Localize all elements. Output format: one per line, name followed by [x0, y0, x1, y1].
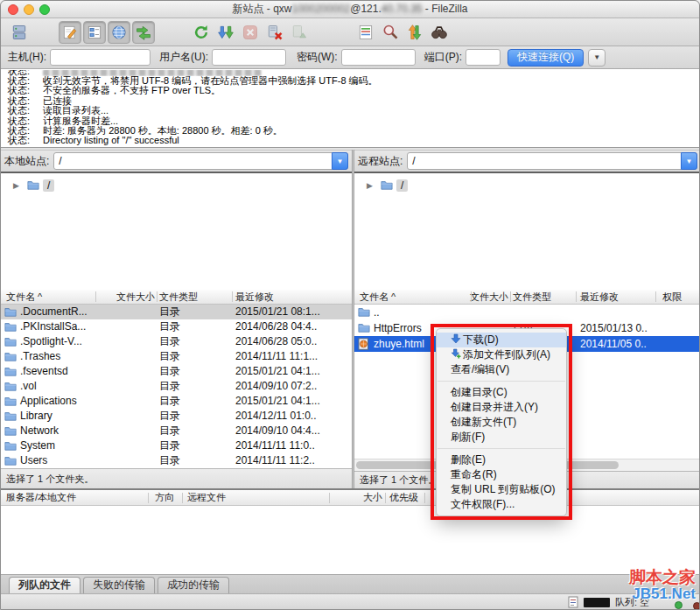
local-path-combo[interactable]: / ▼: [53, 152, 348, 170]
column-header-modified[interactable]: 最近修改: [235, 290, 274, 304]
column-header-filesize[interactable]: 文件大小: [452, 290, 508, 304]
column-header-filesize[interactable]: 文件大小: [97, 290, 155, 304]
folder-icon: [358, 322, 370, 335]
queue-tabs: 列队的文件失败的传输成功的传输: [1, 574, 699, 593]
remote-tree: ▶ /: [354, 173, 700, 290]
remote-list-header: 文件名 ^ 文件大小 文件类型 最近修改 权限: [354, 290, 700, 305]
chevron-down-icon: ▼: [686, 158, 693, 165]
menu-item[interactable]: 添加文件到队列(A): [437, 347, 566, 362]
file-row[interactable]: .Spotlight-V...目录2014/06/28 05:0..: [1, 334, 352, 349]
menu-item[interactable]: 下载(D): [437, 333, 566, 347]
file-row[interactable]: .DocumentR...目录2015/01/21 08:1...: [1, 305, 352, 319]
folder-icon: [358, 306, 370, 319]
column-header-remote-file[interactable]: 远程文件: [187, 490, 226, 505]
local-site-label: 本地站点:: [4, 154, 49, 169]
logo-dot-green: [675, 601, 682, 609]
title-bar: 新站点 - qxw1000200002@121.40.70.35 - FileZ…: [1, 1, 699, 18]
quickconnect-bar: 主机(H): 用户名(U): 密码(W): 端口(P): 快速连接(Q) ▼: [1, 46, 699, 69]
process-queue-icon[interactable]: [214, 21, 237, 44]
menu-item[interactable]: 复制 URL 到剪贴板(O): [437, 482, 566, 497]
file-row[interactable]: ..: [354, 305, 700, 320]
compare-icon[interactable]: [379, 21, 402, 44]
menu-item[interactable]: 创建目录并进入(Y): [437, 400, 566, 415]
window-title: 新站点 - qxw1000200002@121.40.70.35 - FileZ…: [1, 1, 699, 18]
tab-列队的文件[interactable]: 列队的文件: [9, 577, 80, 593]
disconnect-icon[interactable]: [263, 21, 286, 44]
queue-header: 服务器/本地文件 方向 远程文件 大小 优先级: [1, 490, 699, 506]
folder-icon: [4, 396, 17, 409]
redacted-box: [584, 598, 610, 607]
password-input[interactable]: [341, 49, 416, 66]
find-icon[interactable]: [428, 21, 451, 44]
menu-item[interactable]: 查看/编辑(V): [437, 362, 566, 377]
menu-item[interactable]: 删除(E): [437, 452, 566, 467]
redacted-text: [43, 70, 262, 76]
local-tree-root-row[interactable]: ▶ /: [1, 177, 352, 194]
file-row[interactable]: Library目录2014/12/11 01:0..: [1, 409, 352, 424]
menu-item[interactable]: 重命名(R): [437, 467, 566, 482]
html-file-icon: [358, 338, 369, 353]
log-line: 状态:已连接: [8, 96, 692, 106]
sort-asc-icon: ^: [391, 291, 396, 302]
file-row[interactable]: .PKInstallSa...目录2014/06/28 04:4..: [1, 319, 352, 334]
username-input[interactable]: [212, 49, 286, 66]
toggle-queue-icon[interactable]: [132, 21, 155, 44]
transfer-queue: 服务器/本地文件 方向 远程文件 大小 优先级: [1, 488, 699, 574]
menu-separator: [438, 381, 565, 382]
local-rows: .DocumentR...目录2015/01/21 08:1....PKInst…: [1, 305, 352, 468]
column-header-size[interactable]: 大小: [347, 490, 382, 505]
file-row[interactable]: .fseventsd目录2015/01/21 04:1...: [1, 364, 352, 379]
quickconnect-history-button[interactable]: ▼: [588, 49, 606, 67]
column-header-filetype[interactable]: 文件类型: [159, 290, 198, 304]
column-header-filename[interactable]: 文件名 ^: [360, 290, 396, 304]
cancel-icon: [239, 21, 262, 44]
file-row[interactable]: .Trashes目录2014/11/11 11:1...: [1, 349, 352, 364]
toggle-log-icon[interactable]: [59, 21, 81, 44]
folder-icon: [4, 321, 17, 334]
site-manager-icon[interactable]: [8, 21, 31, 44]
tab-失败的传输[interactable]: 失败的传输: [83, 577, 155, 593]
column-header-filename[interactable]: 文件名 ^: [6, 290, 42, 304]
folder-icon: [4, 440, 17, 453]
context-menu: 下载(D)添加文件到队列(A)查看/编辑(V)创建目录(C)创建目录并进入(Y)…: [436, 328, 567, 516]
sync-browse-icon[interactable]: [403, 21, 426, 44]
refresh-icon[interactable]: [190, 21, 213, 44]
filezilla-window: 新站点 - qxw1000200002@121.40.70.35 - FileZ…: [0, 0, 700, 610]
column-header-filetype[interactable]: 文件类型: [513, 290, 551, 304]
quickconnect-button[interactable]: 快速连接(Q): [508, 49, 584, 67]
log-icon: [568, 596, 578, 610]
column-header-permissions[interactable]: 权限: [662, 290, 682, 304]
triangle-right-icon[interactable]: ▶: [367, 181, 381, 190]
column-header-direction[interactable]: 方向: [155, 490, 174, 505]
file-row[interactable]: Network目录2014/09/10 04:4...: [1, 424, 352, 438]
menu-item[interactable]: 创建目录(C): [437, 385, 566, 400]
toggle-local-tree-icon[interactable]: [83, 21, 106, 44]
directory-filter-icon[interactable]: [354, 21, 377, 44]
download-icon: [449, 333, 463, 348]
triangle-right-icon[interactable]: ▶: [13, 181, 27, 190]
local-tree-root-label: /: [43, 179, 54, 192]
remote-path-combo[interactable]: / ▼: [407, 152, 697, 170]
file-row[interactable]: Users目录2014/11/11 11:2..: [1, 453, 352, 468]
folder-icon: [4, 351, 17, 364]
menu-item[interactable]: 刷新(F): [437, 430, 566, 445]
file-row[interactable]: .vol目录2014/09/10 07:2..: [1, 379, 352, 394]
logo-dot-brown: [693, 602, 700, 610]
column-header-priority[interactable]: 优先级: [389, 490, 418, 505]
local-file-list: 文件名 ^ 文件大小 文件类型 最近修改 .DocumentR...目录2015…: [1, 290, 352, 468]
folder-icon: [4, 410, 17, 424]
file-row[interactable]: Applications目录2015/01/21 04:1...: [1, 394, 352, 409]
menu-item[interactable]: 文件权限(F)...: [437, 497, 566, 512]
port-label: 端口(P):: [424, 50, 462, 65]
local-tree: ▶ /: [1, 173, 352, 290]
tab-成功的传输[interactable]: 成功的传输: [158, 577, 229, 593]
column-header-modified[interactable]: 最近修改: [580, 290, 619, 304]
toggle-remote-tree-icon[interactable]: [108, 21, 130, 44]
port-input[interactable]: [466, 49, 500, 66]
host-input[interactable]: [50, 49, 150, 66]
menu-item[interactable]: 创建新文件(T): [437, 415, 566, 430]
file-row[interactable]: System目录2014/11/11 11:0..: [1, 438, 352, 453]
remote-tree-root-row[interactable]: ▶ /: [354, 177, 700, 194]
column-header-server-local-file[interactable]: 服务器/本地文件: [6, 490, 76, 505]
log-line: 状态:读取目录列表...: [8, 106, 692, 116]
